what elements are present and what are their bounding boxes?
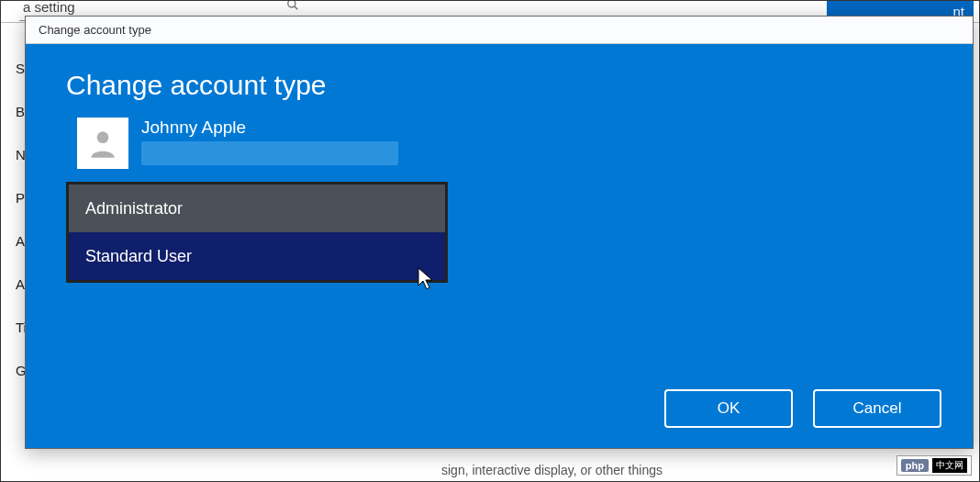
- dialog-heading: Change account type: [66, 70, 932, 101]
- svg-point-2: [97, 131, 109, 143]
- svg-point-0: [288, 0, 295, 7]
- button-label: OK: [718, 399, 741, 418]
- user-name: Johnny Apple: [141, 118, 398, 138]
- option-label: Administrator: [85, 199, 183, 219]
- user-email-redacted: [141, 141, 398, 165]
- button-label: Cancel: [853, 399, 902, 418]
- dialog-title: Change account type: [39, 23, 151, 37]
- user-info-row: Johnny Apple: [77, 118, 932, 169]
- dialog-titlebar[interactable]: Change account type: [26, 17, 973, 44]
- ok-button[interactable]: OK: [664, 389, 793, 428]
- search-icon: [286, 0, 299, 14]
- search-placeholder-text: a setting: [23, 0, 75, 15]
- svg-line-1: [295, 6, 298, 10]
- bg-description-text: sign, interactive display, or other thin…: [441, 463, 663, 477]
- watermark-php: php: [901, 459, 929, 472]
- watermark: php 中文网: [896, 455, 972, 476]
- avatar: [77, 118, 128, 169]
- dialog-body: Change account type Johnny Apple Adminis…: [26, 44, 973, 448]
- user-info: Johnny Apple: [141, 118, 398, 165]
- user-icon: [85, 126, 120, 161]
- dropdown-option-standard-user[interactable]: Standard User: [69, 232, 445, 280]
- change-account-type-dialog: Change account type Change account type …: [25, 16, 974, 449]
- account-type-dropdown[interactable]: Administrator Standard User: [66, 182, 448, 283]
- dialog-button-row: OK Cancel: [664, 389, 941, 428]
- cancel-button[interactable]: Cancel: [813, 389, 941, 428]
- watermark-cn: 中文网: [932, 458, 967, 473]
- option-label: Standard User: [85, 247, 192, 266]
- dropdown-option-administrator[interactable]: Administrator: [69, 185, 445, 232]
